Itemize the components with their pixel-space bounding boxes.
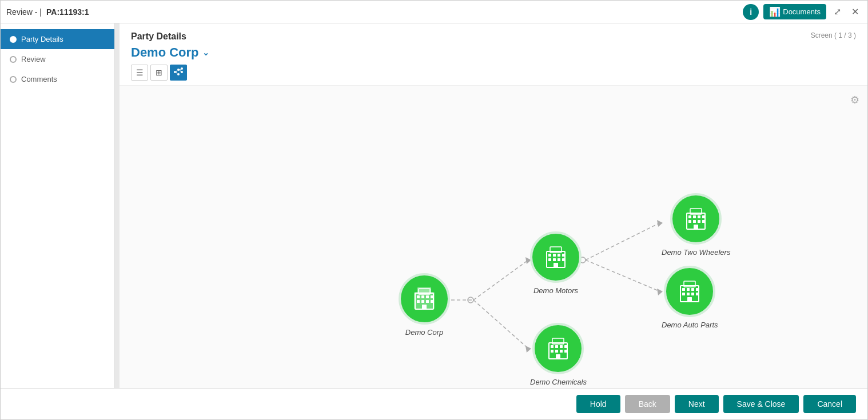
svg-rect-71: [696, 288, 699, 291]
sidebar-item-party-details[interactable]: Party Details: [1, 29, 114, 49]
svg-point-1: [177, 69, 180, 71]
svg-rect-36: [553, 254, 556, 257]
bar-chart-icon: 📊: [769, 6, 781, 17]
node-circle-demo-auto-parts: [664, 266, 715, 317]
svg-line-8: [180, 70, 181, 71]
screen-info: Screen ( 1 / 3 ): [811, 31, 856, 39]
svg-rect-38: [562, 254, 565, 257]
svg-rect-47: [555, 345, 558, 348]
sidebar-dot: [10, 76, 17, 83]
svg-point-2: [177, 73, 180, 75]
node-demo-auto-parts[interactable]: Demo Auto Parts: [662, 266, 718, 329]
sidebar-dot: [10, 36, 17, 43]
svg-point-0: [174, 71, 176, 73]
save-close-button[interactable]: Save & Close: [723, 395, 799, 413]
svg-rect-73: [687, 293, 690, 295]
svg-rect-65: [694, 225, 698, 229]
party-name-container: Demo Corp ⌄: [131, 45, 209, 60]
diagram-icon: [174, 67, 183, 78]
svg-rect-50: [551, 350, 554, 353]
svg-rect-54: [556, 354, 560, 359]
node-label-demo-corp: Demo Corp: [405, 328, 443, 337]
svg-rect-61: [688, 220, 691, 223]
svg-point-10: [468, 297, 473, 303]
svg-point-3: [181, 67, 183, 70]
svg-rect-62: [693, 220, 696, 223]
svg-rect-76: [687, 297, 692, 302]
sidebar-item-comments[interactable]: Comments: [1, 69, 114, 89]
back-button[interactable]: Back: [625, 395, 670, 413]
documents-button[interactable]: 📊 Documents: [763, 4, 826, 19]
node-demo-motors[interactable]: Demo Motors: [530, 231, 582, 295]
view-toggle: ☰ ⊞: [131, 65, 209, 81]
header-title: Review - |: [6, 7, 42, 17]
info-button[interactable]: i: [743, 4, 759, 20]
node-demo-two-wheelers[interactable]: Demo Two Wheelers: [662, 193, 730, 257]
content-header-left: Party Details Demo Corp ⌄ ☰ ⊞: [131, 31, 209, 81]
expand-button[interactable]: ⤢: [831, 5, 844, 18]
svg-rect-57: [688, 215, 691, 218]
footer: Hold Back Next Save & Close Cancel: [1, 388, 867, 419]
content-header: Party Details Demo Corp ⌄ ☰ ⊞: [120, 23, 867, 86]
header: Review - | PA:11193:1 i 📊 Documents ⤢ ✕: [1, 1, 867, 23]
sidebar: Party Details Review Comments: [1, 23, 115, 388]
node-label-demo-two-wheelers: Demo Two Wheelers: [662, 248, 730, 257]
diagram-view-button[interactable]: [170, 65, 187, 81]
svg-rect-28: [417, 300, 420, 303]
svg-rect-53: [564, 350, 567, 353]
app-window: Review - | PA:11193:1 i 📊 Documents ⤢ ✕ …: [0, 0, 868, 420]
svg-rect-35: [548, 254, 551, 257]
svg-rect-30: [426, 300, 429, 303]
sidebar-label-review: Review: [21, 55, 46, 63]
svg-line-6: [176, 72, 177, 74]
svg-rect-70: [691, 288, 694, 291]
svg-line-16: [586, 223, 660, 260]
settings-icon[interactable]: ⚙: [850, 94, 859, 106]
svg-line-13: [473, 300, 528, 349]
svg-rect-72: [682, 293, 685, 295]
hold-button[interactable]: Hold: [576, 395, 620, 413]
node-circle-demo-two-wheelers: [670, 193, 722, 245]
svg-rect-68: [682, 288, 685, 291]
graph-connections: [120, 86, 867, 388]
sidebar-label-party-details: Party Details: [21, 35, 63, 43]
cancel-button[interactable]: Cancel: [803, 395, 856, 413]
node-demo-chemicals[interactable]: Demo Chemicals: [530, 323, 587, 386]
grid-view-button[interactable]: ⊞: [150, 65, 168, 81]
svg-rect-75: [696, 293, 699, 295]
svg-rect-60: [702, 215, 705, 218]
svg-rect-24: [417, 295, 420, 298]
svg-rect-52: [560, 350, 563, 353]
content-title: Party Details: [131, 31, 209, 42]
svg-rect-63: [698, 220, 700, 223]
header-right: i 📊 Documents ⤢ ✕: [743, 4, 862, 20]
body: Party Details Review Comments Party Deta…: [1, 23, 867, 388]
svg-rect-39: [548, 258, 551, 261]
svg-point-4: [181, 71, 183, 73]
node-circle-demo-chemicals: [532, 323, 584, 374]
svg-rect-58: [693, 215, 696, 218]
list-icon: ☰: [136, 68, 144, 77]
svg-rect-42: [562, 258, 565, 261]
sidebar-dot: [10, 56, 17, 63]
node-circle-demo-corp: [399, 273, 450, 325]
list-view-button[interactable]: ☰: [131, 65, 148, 81]
node-label-demo-auto-parts: Demo Auto Parts: [662, 321, 718, 329]
node-demo-corp[interactable]: Demo Corp: [399, 273, 450, 337]
svg-rect-49: [564, 345, 567, 348]
svg-rect-41: [558, 258, 560, 261]
node-label-demo-chemicals: Demo Chemicals: [530, 378, 587, 386]
close-button[interactable]: ✕: [849, 5, 862, 18]
svg-rect-59: [698, 215, 700, 218]
svg-rect-25: [421, 295, 424, 298]
svg-rect-74: [691, 293, 694, 295]
graph-area: ⚙: [120, 86, 867, 388]
next-button[interactable]: Next: [675, 395, 719, 413]
svg-line-11: [473, 260, 528, 300]
header-left: Review - | PA:11193:1: [6, 7, 89, 17]
svg-rect-37: [558, 254, 560, 257]
node-circle-demo-motors: [530, 231, 582, 283]
chevron-down-icon[interactable]: ⌄: [202, 48, 209, 57]
sidebar-item-review[interactable]: Review: [1, 49, 114, 69]
header-id: PA:11193:1: [46, 7, 89, 17]
